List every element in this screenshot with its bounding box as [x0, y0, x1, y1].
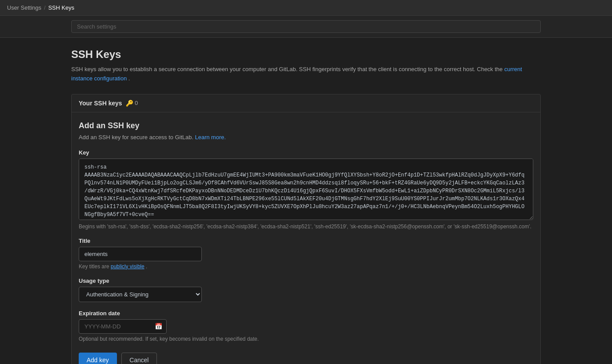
key-hint: Begins with 'ssh-rsa', 'ssh-dss', 'ecdsa… — [79, 223, 533, 230]
key-form-group: Key ssh-rsa AAAAB3NzaC1yc2EAAAADAQABAAAC… — [79, 149, 533, 230]
learn-more-link[interactable]: Learn more. — [195, 134, 226, 141]
key-count-number: 0 — [135, 100, 138, 106]
add-ssh-section-desc: Add an SSH key for secure access to GitL… — [79, 134, 533, 141]
title-hint-prefix: Key titles are — [79, 263, 109, 270]
add-ssh-section-title: Add an SSH key — [79, 121, 533, 130]
button-row: Add key Cancel — [79, 353, 533, 364]
ssh-keys-header: Your SSH keys 🔑 0 — [72, 94, 540, 112]
breadcrumb-separator: / — [44, 4, 46, 11]
main-layout: SSH Keys SSH keys allow you to establish… — [0, 38, 612, 364]
search-bar-wrapper — [0, 16, 612, 38]
breadcrumb-parent-link[interactable]: User Settings — [7, 4, 41, 11]
usage-type-label: Usage type — [79, 278, 533, 284]
title-form-group: Title Key titles are publicly visible . — [79, 238, 533, 270]
expiration-date-form-group: Expiration date 📅 Optional but recommend… — [79, 310, 533, 342]
ssh-key-count: 🔑 0 — [126, 100, 138, 107]
publicly-visible-link[interactable]: publicly visible — [111, 263, 145, 270]
title-hint: Key titles are publicly visible . — [79, 263, 533, 270]
breadcrumb-current: SSH Keys — [48, 4, 74, 11]
add-key-button[interactable]: Add key — [79, 353, 117, 364]
expiration-date-input[interactable] — [79, 319, 167, 334]
page-description: SSH keys allow you to establish a secure… — [71, 65, 541, 83]
cancel-button[interactable]: Cancel — [121, 353, 157, 364]
topbar: User Settings / SSH Keys — [0, 0, 612, 16]
usage-type-form-group: Usage type Authentication & Signing Auth… — [79, 278, 533, 302]
usage-type-select[interactable]: Authentication & Signing Authentication … — [79, 287, 202, 302]
title-input[interactable] — [79, 247, 202, 261]
key-icon: 🔑 — [126, 100, 133, 107]
title-hint-suffix: . — [146, 263, 147, 270]
ssh-keys-header-title: Your SSH keys — [79, 100, 122, 107]
page-description-suffix: . — [128, 75, 130, 82]
page-title: SSH Keys — [71, 48, 541, 61]
content-area: SSH Keys SSH keys allow you to establish… — [64, 38, 548, 364]
expiration-date-label: Expiration date — [79, 310, 533, 317]
ssh-keys-panel: Your SSH keys 🔑 0 Add an SSH key Add an … — [71, 94, 541, 364]
add-ssh-form: Add an SSH key Add an SSH key for secure… — [72, 112, 540, 364]
expiration-hint: Optional but recommended. If set, key be… — [79, 336, 533, 342]
key-label: Key — [79, 149, 533, 156]
breadcrumb: User Settings / SSH Keys — [7, 4, 74, 11]
date-input-wrapper: 📅 — [79, 319, 167, 334]
title-label: Title — [79, 238, 533, 244]
search-input[interactable] — [71, 20, 541, 33]
key-textarea[interactable]: ssh-rsa AAAAB3NzaC1yc2EAAAADAQABAAACAAQC… — [79, 159, 533, 220]
page-description-text: SSH keys allow you to establish a secure… — [71, 66, 503, 72]
form-desc-text: Add an SSH key for secure access to GitL… — [79, 134, 193, 141]
